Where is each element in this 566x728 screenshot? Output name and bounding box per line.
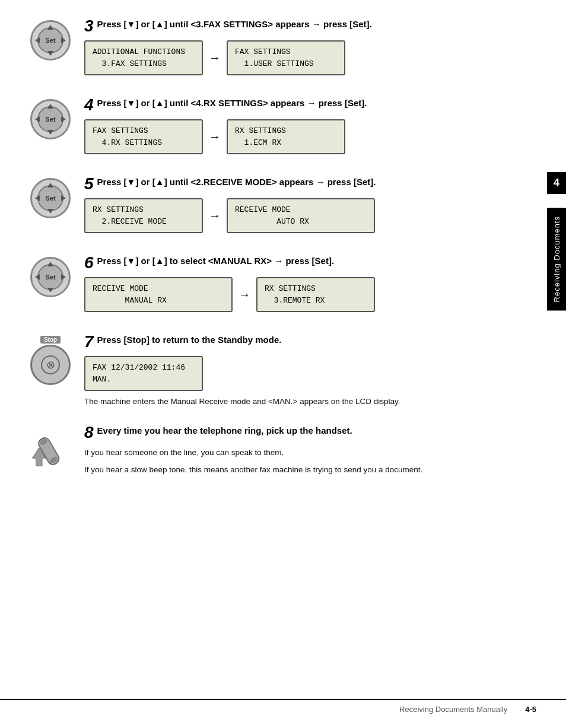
stop-label: Stop — [40, 336, 61, 344]
step-8-title-text: Every time you hear the telephone ring, … — [97, 424, 530, 437]
step-4-row: Set 4 Press [▼] or [▲] until <4.RX SETTI… — [24, 97, 530, 159]
step-4-lcd-row: FAX SETTINGS 4.RX SETTINGS → RX SETTINGS… — [84, 119, 530, 154]
step-3-title-text: Press [▼] or [▲] until <3.FAX SETTINGS> … — [97, 18, 530, 30]
step-6-row: Set 6 Press [▼] or [▲] to select <MANUAL… — [24, 255, 530, 317]
step-3-icon: Set — [24, 18, 77, 61]
step-4-lcd-left: FAX SETTINGS 4.RX SETTINGS — [84, 119, 203, 154]
step-5-content: 5 Press [▼] or [▲] until <2.RECEIVE MODE… — [77, 176, 530, 238]
step-6-lcd-left: RECEIVE MODE MANUAL RX — [84, 277, 233, 312]
step-6-lcd-right: RX SETTINGS 3.REMOTE RX — [256, 277, 375, 312]
set-label-5: Set — [37, 185, 63, 211]
step-7-title: 7 Press [Stop] to return to the Standby … — [84, 333, 530, 350]
step-7-icon: Stop ⊗ — [24, 333, 77, 385]
step-4-content: 4 Press [▼] or [▲] until <4.RX SETTINGS>… — [77, 97, 530, 159]
step-5-icon: Set — [24, 176, 77, 218]
step-3-arrow: → — [209, 51, 221, 65]
handset-icon — [30, 430, 71, 471]
step-5-lcd-row: RX SETTINGS 2.RECEIVE MODE → RECEIVE MOD… — [84, 198, 530, 233]
step-8-desc2: If you hear a slow beep tone, this means… — [84, 464, 530, 476]
step-7-lcd-row: FAX 12/31/2002 11:46 MAN. — [84, 356, 530, 391]
step-4-title-text: Press [▼] or [▲] until <4.RX SETTINGS> a… — [97, 97, 530, 109]
step-6-icon: Set — [24, 255, 77, 297]
step-5-lcd-right: RECEIVE MODE AUTO RX — [227, 198, 375, 233]
step-4-arrow: → — [209, 130, 221, 144]
step-7-lcd: FAX 12/31/2002 11:46 MAN. — [84, 356, 203, 391]
step-5-title: 5 Press [▼] or [▲] until <2.RECEIVE MODE… — [84, 176, 530, 192]
stop-icon: ⊗ — [46, 358, 55, 371]
step-5-number: 5 — [84, 176, 94, 192]
step-7-content: 7 Press [Stop] to return to the Standby … — [77, 333, 530, 408]
step-8-row: 8 Every time you hear the telephone ring… — [24, 424, 530, 476]
stop-inner: ⊗ — [41, 355, 60, 374]
step-8-content: 8 Every time you hear the telephone ring… — [77, 424, 530, 476]
step-6-number: 6 — [84, 255, 94, 271]
step-7-desc: The machine enters the Manual Receive mo… — [84, 396, 530, 408]
step-8-title: 8 Every time you hear the telephone ring… — [84, 424, 530, 441]
set-label-4: Set — [37, 106, 63, 132]
step-3-lcd-right: FAX SETTINGS 1.USER SETTINGS — [227, 40, 345, 75]
tab-number: 4 — [547, 172, 566, 194]
step-6-title-text: Press [▼] or [▲] to select <MANUAL RX> →… — [97, 255, 530, 267]
step-7-row: Stop ⊗ 7 Press [Stop] to return to the S… — [24, 333, 530, 408]
side-tab-label: Receiving Documents — [547, 208, 566, 310]
step-8-icon — [24, 424, 77, 474]
step-5-row: Set 5 Press [▼] or [▲] until <2.RECEIVE … — [24, 176, 530, 238]
stop-button: ⊗ — [30, 345, 71, 385]
step-3-content: 3 Press [▼] or [▲] until <3.FAX SETTINGS… — [77, 18, 530, 80]
footer: Receiving Documents Manually 4-5 — [0, 699, 566, 714]
page: 4 Receiving Documents Set 3 Press [▼] or… — [0, 0, 566, 728]
set-button-4: Set — [30, 99, 71, 139]
step-6-content: 6 Press [▼] or [▲] to select <MANUAL RX>… — [77, 255, 530, 317]
step-3-lcd-left: ADDITIONAL FUNCTIONS 3.FAX SETTINGS — [84, 40, 203, 75]
step-7-number: 7 — [84, 333, 94, 350]
step-6-arrow: → — [239, 288, 250, 301]
stop-button-wrap: Stop ⊗ — [30, 336, 71, 385]
step-6-title: 6 Press [▼] or [▲] to select <MANUAL RX>… — [84, 255, 530, 271]
footer-page: 4-5 — [525, 705, 536, 714]
step-8-number: 8 — [84, 424, 94, 441]
set-button-5: Set — [30, 178, 71, 218]
step-4-lcd-right: RX SETTINGS 1.ECM RX — [227, 119, 345, 154]
handset-icon-wrap — [27, 427, 74, 474]
step-3-number: 3 — [84, 18, 94, 34]
set-label-3: Set — [37, 27, 63, 53]
footer-title: Receiving Documents Manually — [399, 705, 507, 714]
step-3-title: 3 Press [▼] or [▲] until <3.FAX SETTINGS… — [84, 18, 530, 34]
set-button-3: Set — [30, 20, 71, 61]
step-4-icon: Set — [24, 97, 77, 139]
footer-right: Receiving Documents Manually 4-5 — [399, 705, 536, 714]
step-5-arrow: → — [209, 209, 221, 222]
step-4-number: 4 — [84, 97, 94, 113]
set-button-6: Set — [30, 257, 71, 297]
step-3-lcd-row: ADDITIONAL FUNCTIONS 3.FAX SETTINGS → FA… — [84, 40, 530, 75]
step-3-row: Set 3 Press [▼] or [▲] until <3.FAX SETT… — [24, 18, 530, 80]
set-label-6: Set — [37, 264, 63, 290]
step-4-title: 4 Press [▼] or [▲] until <4.RX SETTINGS>… — [84, 97, 530, 113]
step-5-lcd-left: RX SETTINGS 2.RECEIVE MODE — [84, 198, 203, 233]
step-8-desc1: If you hear someone on the line, you can… — [84, 447, 530, 459]
step-7-title-text: Press [Stop] to return to the Standby mo… — [97, 333, 530, 346]
footer-left — [0, 705, 399, 714]
step-5-title-text: Press [▼] or [▲] until <2.RECEIVE MODE> … — [97, 176, 530, 188]
step-6-lcd-row: RECEIVE MODE MANUAL RX → RX SETTINGS 3.R… — [84, 277, 530, 312]
